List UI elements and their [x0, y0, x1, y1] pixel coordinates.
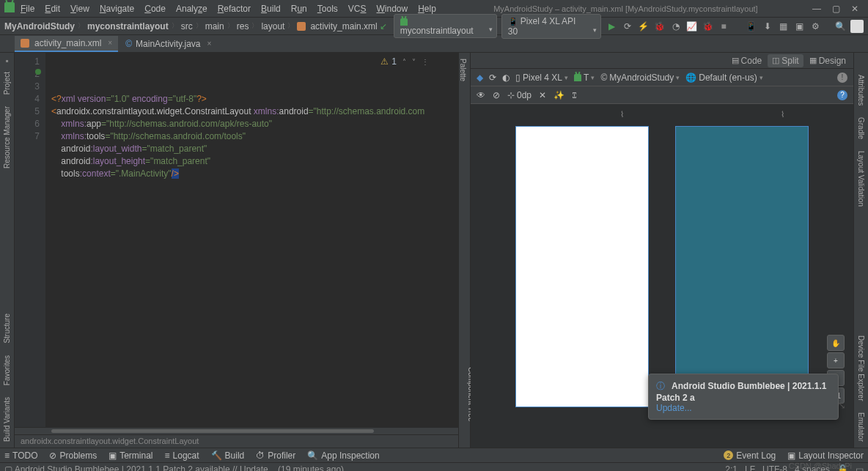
- file-encoding[interactable]: UTF-8: [762, 464, 787, 472]
- crumb-res[interactable]: res: [237, 21, 249, 31]
- tab-close-icon[interactable]: ×: [207, 40, 212, 48]
- menu-edit[interactable]: Edit: [40, 2, 65, 15]
- palette-panel[interactable]: Palette: [459, 59, 467, 81]
- tool-build[interactable]: 🔨 Build: [211, 450, 245, 461]
- menu-code[interactable]: Code: [140, 2, 170, 15]
- chevron-down-icon[interactable]: ˅: [412, 56, 416, 68]
- inspection-widget[interactable]: ⚠1˄˅⋮: [380, 56, 429, 68]
- troubleshoot-icon[interactable]: ⚙: [809, 21, 821, 32]
- debug-button[interactable]: 🐞: [654, 21, 666, 32]
- tab-close-icon[interactable]: ×: [108, 39, 112, 47]
- caret-position[interactable]: 2:1: [725, 464, 738, 472]
- tool-emulator[interactable]: Emulator: [857, 412, 865, 442]
- design-view-surface[interactable]: [515, 126, 649, 407]
- tool-gradle[interactable]: Gradle: [857, 117, 865, 139]
- menu-analyze[interactable]: Analyze: [172, 2, 212, 15]
- view-design[interactable]: ▦ Design: [805, 54, 850, 67]
- crumb-module[interactable]: myconstraintlayout: [87, 21, 169, 31]
- tab-activity-main[interactable]: activity_main.xml ×: [15, 36, 118, 52]
- tool-favorites[interactable]: Favorites: [3, 355, 11, 385]
- line-separator[interactable]: LF: [745, 464, 755, 472]
- stop-button[interactable]: ■: [718, 21, 729, 32]
- attach-debugger-icon[interactable]: 🐞: [702, 21, 713, 32]
- tool-layout-validation[interactable]: Layout Validation: [857, 151, 865, 207]
- sdkmanager-icon[interactable]: ⬇: [762, 21, 773, 32]
- tool-resource-manager[interactable]: Resource Manager: [3, 106, 11, 168]
- menu-view[interactable]: View: [66, 2, 94, 15]
- update-notification[interactable]: ⓘ Android Studio Bumblebee | 2021.1.1 Pa…: [648, 374, 839, 420]
- avdmanager-icon[interactable]: 📱: [746, 21, 757, 32]
- more-icon[interactable]: ⋮: [422, 56, 429, 68]
- device-preview-selector[interactable]: ▯ Pixel 4 XL ▾: [515, 73, 568, 83]
- account-avatar[interactable]: [850, 20, 864, 33]
- editor-gutter[interactable]: 1 2 3 4 5 6 7: [15, 53, 45, 427]
- module-selector[interactable]: myconstraintlayout: [394, 14, 497, 37]
- tool-event-log[interactable]: 2 Event Log: [724, 450, 776, 461]
- menu-refactor[interactable]: Refactor: [213, 2, 255, 15]
- theme-selector[interactable]: T ▾: [574, 73, 595, 83]
- crumb-file[interactable]: activity_main.xml: [310, 21, 377, 31]
- update-link[interactable]: Update...: [656, 403, 692, 413]
- attributes-panel[interactable]: Attributes: [857, 75, 865, 105]
- horizontal-scrollbar[interactable]: [15, 427, 458, 434]
- zoom-in-button[interactable]: +: [827, 352, 845, 368]
- layout-inspector-icon[interactable]: ▣: [794, 21, 806, 32]
- default-margins[interactable]: ⊹ 0dp: [507, 90, 532, 100]
- view-options-icon[interactable]: 👁: [477, 90, 485, 100]
- code-editor[interactable]: ⚠1˄˅⋮ <?xml version="1.0" encoding="utf-…: [45, 53, 458, 427]
- crumb-layout[interactable]: layout: [261, 21, 284, 31]
- crumb-main[interactable]: main: [205, 21, 224, 31]
- crumb-src[interactable]: src: [181, 21, 193, 31]
- search-everywhere-icon[interactable]: 🔍: [834, 21, 846, 32]
- tool-profiler[interactable]: ⏱ Profiler: [256, 450, 295, 461]
- tool-terminal[interactable]: ▣ Terminal: [108, 450, 152, 461]
- night-mode-icon[interactable]: ◐: [502, 73, 510, 83]
- close-button[interactable]: ✕: [849, 4, 861, 14]
- run-gutter-icon[interactable]: [35, 69, 41, 75]
- apply-code-icon[interactable]: ⚡: [638, 21, 650, 32]
- sync-icon[interactable]: ↙: [378, 21, 389, 32]
- tool-problems[interactable]: ⊘ Problems: [49, 450, 97, 461]
- status-messages[interactable]: ▢ Android Studio Bumblebee | 2021.1.1 Pa…: [4, 464, 344, 472]
- resource-icon[interactable]: ▦: [778, 21, 790, 32]
- tool-logcat[interactable]: ≡ Logcat: [165, 450, 199, 461]
- menu-navigate[interactable]: Navigate: [95, 2, 139, 15]
- tool-structure[interactable]: Structure: [3, 314, 11, 344]
- app-theme-selector[interactable]: © MyAndroidStudy ▾: [600, 73, 680, 83]
- chevron-up-icon[interactable]: ˄: [402, 56, 406, 68]
- design-surface-icon[interactable]: ◆: [477, 73, 483, 83]
- tool-project[interactable]: Project: [3, 72, 11, 94]
- clear-constraints-icon[interactable]: ✕: [539, 90, 546, 100]
- view-code[interactable]: ▤ Code: [727, 54, 767, 67]
- design-canvas[interactable]: ⌇ ⌇ ⤡ ✋ + − 1:1 ⓘ Android Studio Bumbleb…: [471, 104, 853, 448]
- tool-build-variants[interactable]: Build Variants: [3, 397, 11, 442]
- scrollbar-thumb[interactable]: [51, 429, 374, 433]
- maximize-button[interactable]: ▢: [830, 4, 842, 14]
- coverage-icon[interactable]: ◔: [670, 21, 682, 32]
- help-icon[interactable]: ?: [837, 90, 847, 100]
- guidelines-icon[interactable]: Ɪ: [572, 90, 576, 100]
- tool-device-file-explorer[interactable]: Device File Explorer: [857, 335, 865, 401]
- mem-indicator-icon[interactable]: ▭: [856, 464, 864, 472]
- tool-layout-inspector[interactable]: ▣ Layout Inspector: [787, 450, 864, 461]
- tool-todo[interactable]: ≡ TODO: [4, 450, 37, 461]
- blueprint-view-surface[interactable]: [675, 126, 809, 407]
- menu-run[interactable]: Run: [287, 2, 312, 15]
- crumb-project[interactable]: MyAndroidStudy: [4, 21, 75, 31]
- apply-changes-icon[interactable]: ⟳: [622, 21, 633, 32]
- orientation-icon[interactable]: ⟳: [489, 73, 496, 83]
- view-split[interactable]: ◫ Split: [768, 54, 803, 67]
- profile-button[interactable]: 📈: [685, 21, 697, 32]
- tab-mainactivity[interactable]: © MainActivity.java ×: [119, 37, 217, 51]
- folder-icon[interactable]: ▪: [5, 56, 8, 66]
- minimize-button[interactable]: —: [811, 4, 823, 14]
- info-icon[interactable]: !: [837, 73, 847, 83]
- menu-file[interactable]: File: [16, 2, 39, 15]
- locale-selector[interactable]: 🌐 Default (en-us) ▾: [685, 73, 762, 83]
- menu-build[interactable]: Build: [257, 2, 285, 15]
- device-selector[interactable]: 📱 Pixel 4 XL API 30: [501, 14, 601, 39]
- run-button[interactable]: ▶: [606, 21, 617, 32]
- editor-breadcrumb[interactable]: androidx.constraintlayout.widget.Constra…: [15, 434, 458, 448]
- tool-app-inspection[interactable]: 🔍 App Inspection: [307, 450, 379, 461]
- pan-tool-button[interactable]: ✋: [827, 335, 845, 351]
